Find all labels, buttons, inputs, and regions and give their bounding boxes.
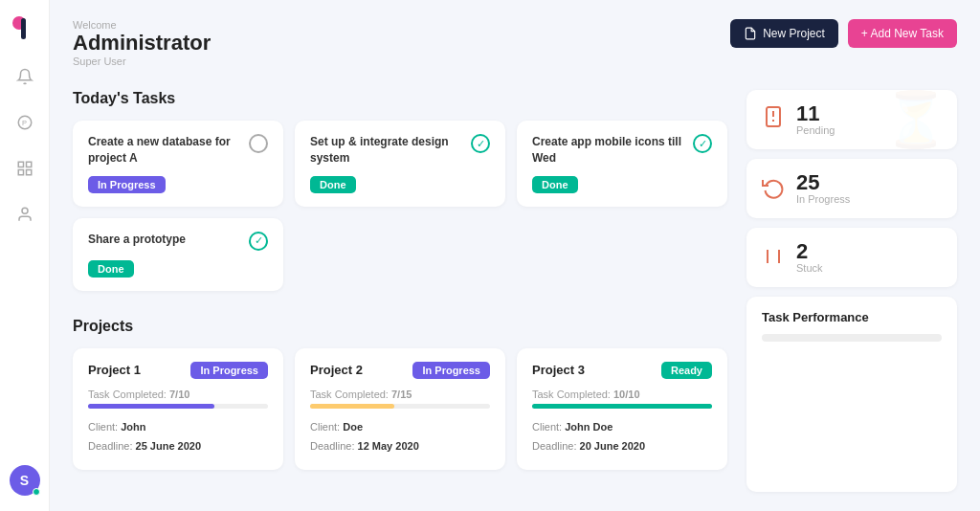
header: Welcome Administrator Super User New Pro… xyxy=(73,19,957,67)
project-deadline: Deadline: 25 June 2020 xyxy=(88,437,268,456)
project-card: Project 1 In Progress Task Completed: 7/… xyxy=(73,348,283,470)
project-meta: Client: Doe Deadline: 12 May 2020 xyxy=(310,418,490,456)
admin-name: Administrator xyxy=(73,31,211,56)
project-meta: Client: John Doe Deadline: 20 June 2020 xyxy=(532,418,712,456)
pending-icon xyxy=(762,105,785,134)
project-deadline: Deadline: 20 June 2020 xyxy=(532,437,712,456)
new-project-button[interactable]: New Project xyxy=(730,19,838,48)
right-panel: 11 Pending ⏳ 25 In Progress xyxy=(746,90,957,492)
avatar-initial: S xyxy=(20,473,29,488)
project-badge: Ready xyxy=(661,362,712,379)
bell-icon[interactable] xyxy=(13,65,36,88)
projects-title: Projects xyxy=(73,318,727,335)
project-name: Project 3 xyxy=(532,363,585,377)
project-progress-bar-fill xyxy=(532,404,712,409)
task-badge: Done xyxy=(310,176,356,193)
task-performance-title: Task Performance xyxy=(762,310,942,324)
project-card-header: Project 3 Ready xyxy=(532,362,712,379)
svg-rect-1 xyxy=(21,18,26,39)
task-badge: Done xyxy=(88,260,134,278)
welcome-text: Welcome xyxy=(73,19,211,31)
grid-icon[interactable] xyxy=(13,157,36,180)
project-progress-bar-bg xyxy=(88,404,268,409)
project-name: Project 1 xyxy=(88,363,141,377)
task-badge: Done xyxy=(532,176,578,193)
project-task-value: 7/15 xyxy=(391,389,412,400)
project-task-value: 10/10 xyxy=(613,389,640,400)
project-progress-bar-fill xyxy=(88,404,214,409)
add-new-task-button[interactable]: + Add New Task xyxy=(848,19,957,48)
task-status-circle xyxy=(249,134,268,153)
logo xyxy=(11,15,38,42)
task-card: Share a prototype ✓ Done xyxy=(73,218,283,291)
pending-label: Pending xyxy=(796,124,835,136)
header-actions: New Project + Add New Task xyxy=(730,19,957,48)
project-client: Client: Doe xyxy=(310,418,490,437)
header-user-info: Welcome Administrator Super User xyxy=(73,19,211,67)
stat-card-inprogress: 25 In Progress xyxy=(746,159,957,218)
stuck-count: 2 xyxy=(796,241,823,262)
online-dot xyxy=(33,488,40,496)
circle-p-icon[interactable]: P xyxy=(13,111,36,134)
pending-count: 11 xyxy=(796,103,835,124)
project-meta: Client: John Deadline: 25 June 2020 xyxy=(88,418,268,456)
task-card: Set up & integrate design system ✓ Done xyxy=(295,121,505,207)
stat-info: 2 Stuck xyxy=(796,241,823,274)
project-task-label: Task Completed: 10/10 xyxy=(532,389,712,400)
project-task-label: Task Completed: 7/15 xyxy=(310,389,490,400)
inprogress-count: 25 xyxy=(796,172,850,193)
task-card: Create a new database for project A In P… xyxy=(73,121,283,207)
inprogress-icon xyxy=(762,176,785,202)
project-task-value: 7/10 xyxy=(169,389,189,400)
project-progress-bar-fill xyxy=(310,404,394,409)
content-area: Today's Tasks Create a new database for … xyxy=(73,90,957,492)
task-card: Create app mobile icons till Wed ✓ Done xyxy=(517,121,727,207)
project-client: Client: John Doe xyxy=(532,418,712,437)
stuck-label: Stuck xyxy=(796,262,823,274)
project-progress-bar-bg xyxy=(310,404,490,409)
project-client: Client: John xyxy=(88,418,268,437)
task-status-check: ✓ xyxy=(249,232,268,251)
task-title: Create app mobile icons till Wed xyxy=(532,134,693,167)
user-role: Super User xyxy=(73,56,211,67)
svg-rect-5 xyxy=(26,162,31,167)
project-card-header: Project 1 In Progress xyxy=(88,362,268,379)
task-status-check: ✓ xyxy=(471,134,490,153)
inprogress-label: In Progress xyxy=(796,193,850,205)
task-card-header: Set up & integrate design system ✓ xyxy=(310,134,490,167)
tasks-grid: Create a new database for project A In P… xyxy=(73,121,727,291)
svg-rect-4 xyxy=(18,162,23,167)
project-progress-bar-bg xyxy=(532,404,712,409)
svg-text:P: P xyxy=(22,119,27,127)
user-avatar[interactable]: S xyxy=(10,465,40,496)
stat-bg-deco: ⏳ xyxy=(882,90,949,149)
projects-grid: Project 1 In Progress Task Completed: 7/… xyxy=(73,348,727,470)
todays-tasks-title: Today's Tasks xyxy=(73,90,727,107)
project-badge: In Progress xyxy=(190,362,268,379)
task-status-check: ✓ xyxy=(693,134,712,153)
stuck-icon xyxy=(762,245,785,271)
project-badge: In Progress xyxy=(412,362,490,379)
left-content: Today's Tasks Create a new database for … xyxy=(73,90,727,492)
task-card-header: Create a new database for project A xyxy=(88,134,268,167)
project-card: Project 2 In Progress Task Completed: 7/… xyxy=(295,348,505,470)
stat-info: 25 In Progress xyxy=(796,172,850,205)
sidebar: P S xyxy=(0,0,50,511)
task-card-header: Create app mobile icons till Wed ✓ xyxy=(532,134,712,167)
task-card-header: Share a prototype ✓ xyxy=(88,232,268,251)
project-card-header: Project 2 In Progress xyxy=(310,362,490,379)
stat-card-stuck: 2 Stuck xyxy=(746,228,957,287)
user-icon[interactable] xyxy=(13,203,36,226)
project-task-label: Task Completed: 7/10 xyxy=(88,389,268,400)
task-title: Create a new database for project A xyxy=(88,134,249,167)
project-deadline: Deadline: 12 May 2020 xyxy=(310,437,490,456)
task-title: Share a prototype xyxy=(88,232,249,248)
project-card: Project 3 Ready Task Completed: 10/10 Cl… xyxy=(517,348,727,470)
document-icon xyxy=(744,27,757,40)
main-content: Welcome Administrator Super User New Pro… xyxy=(50,0,980,511)
task-badge: In Progress xyxy=(88,176,166,193)
performance-bar xyxy=(762,334,942,342)
stat-card-pending: 11 Pending ⏳ xyxy=(746,90,957,149)
svg-rect-7 xyxy=(26,170,31,175)
project-name: Project 2 xyxy=(310,363,363,377)
